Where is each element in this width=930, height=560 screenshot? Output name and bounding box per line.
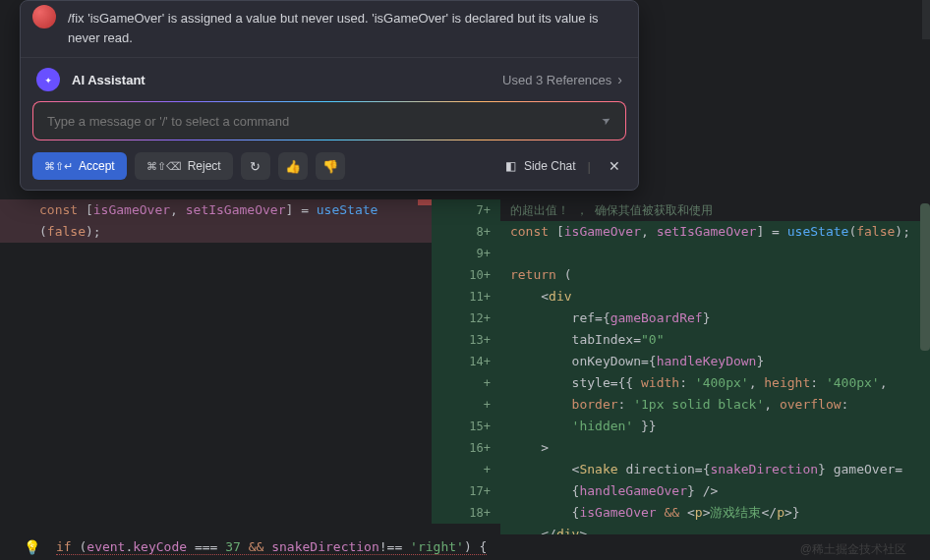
gutter-line: 8+	[432, 221, 500, 243]
gutter-line: 13+	[432, 329, 500, 351]
gutter-line: 11+	[432, 286, 500, 308]
ai-avatar-icon: ✦	[36, 68, 60, 91]
error-mark[interactable]	[418, 199, 432, 205]
gutter-line: 7+	[432, 199, 500, 221]
refresh-icon: ↻	[250, 159, 261, 174]
lightbulb-icon[interactable]: 💡	[24, 539, 40, 555]
thumbs-up-button[interactable]: 👍	[278, 152, 308, 180]
reject-shortcut: ⌘⇧⌫	[146, 160, 182, 173]
scroll-thumb[interactable]	[920, 203, 930, 351]
bottom-editor-line: 💡 if (event.keyCode === 37 && snakeDirec…	[0, 534, 930, 560]
refresh-button[interactable]: ↻	[241, 152, 270, 180]
warning-row: /fix 'isGameOver' is assigned a value bu…	[21, 1, 638, 58]
accept-button[interactable]: ⌘⇧↵ Accept	[32, 152, 127, 180]
diff-view: const [isGameOver, setIsGameOver] = useS…	[0, 192, 930, 531]
accept-label: Accept	[79, 159, 115, 173]
ai-assistant-label: AI Assistant	[72, 73, 145, 87]
gutter-line: 10+	[432, 264, 500, 286]
diff-left-pane: const [isGameOver, setIsGameOver] = useS…	[0, 192, 432, 531]
main-scrollbar[interactable]	[922, 0, 930, 39]
inline-hint: 的超出值！ ， 确保其值被获取和使用	[500, 199, 930, 221]
gutter-line: 9+	[432, 243, 500, 264]
gutter-line: +	[432, 394, 500, 416]
warning-text: /fix 'isGameOver' is assigned a value bu…	[68, 9, 622, 47]
thumbs-down-icon: 👎	[322, 159, 338, 174]
right-scrollbar[interactable]	[920, 192, 930, 531]
chevron-right-icon: ›	[617, 72, 622, 87]
references-link[interactable]: Used 3 References ›	[502, 72, 622, 87]
gutter-line: +	[432, 459, 500, 480]
gutter-line: 12+	[432, 308, 500, 329]
line-gutter: 7+ 8+ 9+ 10+ 11+ 12+ 13+ 14+ + + 15+ 16+…	[432, 192, 500, 531]
ai-assistant-panel: /fix 'isGameOver' is assigned a value bu…	[20, 0, 639, 191]
gutter-line: 16+	[432, 437, 500, 459]
thumbs-down-button[interactable]: 👎	[316, 152, 345, 180]
panel-icon: ◧	[505, 159, 516, 173]
gutter-line: +	[432, 372, 500, 394]
ai-header-row: ✦ AI Assistant Used 3 References ›	[21, 58, 638, 101]
side-chat-button[interactable]: ◧ Side Chat	[505, 159, 576, 173]
references-text: Used 3 References	[502, 73, 611, 87]
side-chat-label: Side Chat	[524, 159, 576, 173]
input-container: ➤	[32, 101, 626, 140]
watermark: @稀土掘金技术社区	[800, 541, 906, 558]
gutter-line: 17+	[432, 480, 500, 502]
bottom-code-line: if (event.keyCode === 37 && snakeDirecti…	[56, 539, 487, 555]
close-button[interactable]: ✕	[603, 158, 626, 174]
message-input[interactable]	[47, 114, 603, 129]
diff-right-pane: 的超出值！ ， 确保其值被获取和使用 const [isGameOver, se…	[500, 192, 930, 531]
reject-button[interactable]: ⌘⇧⌫ Reject	[135, 152, 233, 180]
action-row: ⌘⇧↵ Accept ⌘⇧⌫ Reject ↻ 👍 👎 ◧ Side Chat …	[21, 140, 638, 180]
gutter-line: 18+	[432, 502, 500, 524]
gutter-line: 14+	[432, 351, 500, 372]
divider: |	[588, 159, 591, 174]
accept-shortcut: ⌘⇧↵	[44, 160, 73, 173]
user-avatar	[32, 5, 56, 28]
left-scrollbar[interactable]	[418, 192, 432, 333]
gutter-line: 15+	[432, 416, 500, 437]
reject-label: Reject	[188, 159, 221, 173]
left-code: const [isGameOver, setIsGameOver] = useS…	[0, 192, 432, 531]
thumbs-up-icon: 👍	[285, 159, 301, 174]
